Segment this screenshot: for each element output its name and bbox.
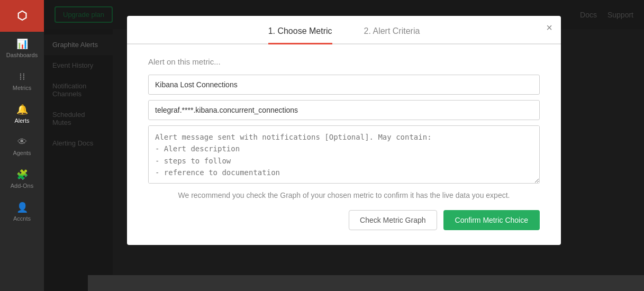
sidebar-item-agents[interactable]: 👁 Agents [0,130,44,162]
alert-message-textarea[interactable] [148,125,540,184]
sidebar-item-label: Add-Ons [11,183,33,189]
modal-overlay: × 1. Choose Metric 2. Alert Criteria Ale… [44,0,644,291]
sidebar-item-label: Dashboards [6,52,38,58]
metric-path-input[interactable] [148,100,540,120]
modal-tabs: 1. Choose Metric 2. Alert Criteria [127,16,561,44]
tab-alert-criteria[interactable]: 2. Alert Criteria [364,26,420,43]
metric-name-input[interactable] [148,75,540,95]
sidebar-item-label: Accnts [13,215,31,222]
alert-on-metric-label: Alert on this metric... [148,57,540,66]
check-metric-graph-button[interactable]: Check Metric Graph [349,210,437,230]
confirm-metric-choice-button[interactable]: Confirm Metric Choice [443,210,540,230]
sidebar-item-alerts[interactable]: 🔔 Alerts [0,97,44,130]
sidebar-item-label: Agents [13,150,31,156]
tab-choose-metric[interactable]: 1. Choose Metric [268,26,332,43]
modal-actions: Check Metric Graph Confirm Metric Choice [148,210,540,230]
modal: × 1. Choose Metric 2. Alert Criteria Ale… [127,16,561,245]
sidebar: ⬡ 📊 Dashboards ⁞⁞ Metrics 🔔 Alerts 👁 Age… [0,0,44,291]
sidebar-item-addons[interactable]: 🧩 Add-Ons [0,162,44,195]
bottom-bar [88,275,644,291]
accounts-icon: 👤 [16,202,28,213]
metrics-icon: ⁞⁞ [19,71,25,83]
sidebar-item-label: Metrics [13,85,31,91]
dashboards-icon: 📊 [16,38,28,50]
sidebar-item-dashboards[interactable]: 📊 Dashboards [0,32,44,65]
sidebar-item-label: Alerts [14,117,29,124]
sidebar-item-metrics[interactable]: ⁞⁞ Metrics [0,65,44,97]
main-content: Upgrade plan Docs Support Graphite Alert… [44,0,644,291]
recommend-text: We recommend you check the Graph of your… [148,191,540,199]
app-logo[interactable]: ⬡ [0,0,44,32]
alerts-icon: 🔔 [16,104,28,115]
logo-icon: ⬡ [17,9,27,23]
agents-icon: 👁 [17,137,27,148]
addons-icon: 🧩 [16,169,28,180]
modal-body: Alert on this metric... We recommend you… [127,44,561,245]
sidebar-item-accounts[interactable]: 👤 Accnts [0,195,44,228]
